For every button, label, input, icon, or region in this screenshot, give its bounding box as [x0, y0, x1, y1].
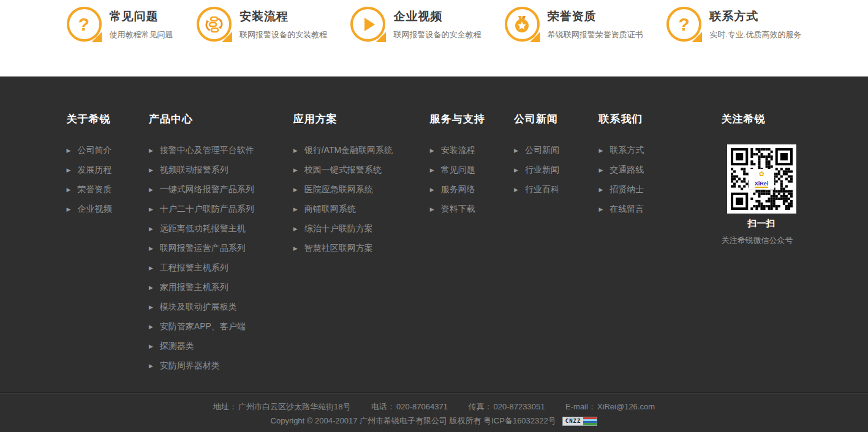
- footer-link[interactable]: ▶荣誉资质: [67, 180, 149, 199]
- footer-link-label: 商铺联网系统: [304, 204, 356, 215]
- footer-link-label: 资料下载: [441, 204, 475, 215]
- footer-link-label: 工程报警主机系列: [160, 263, 228, 274]
- footer-link-label: 十户二十户联防产品系列: [160, 204, 254, 215]
- play-icon: [350, 7, 385, 42]
- arrow-bullet-icon: ▶: [598, 207, 603, 212]
- footer-link[interactable]: ▶服务网络: [430, 180, 514, 199]
- footer-link[interactable]: ▶模块及联动扩展板类: [149, 297, 293, 317]
- footer-link[interactable]: ▶智慧社区联网方案: [293, 239, 430, 258]
- footer-link-label: 校园一键式报警系统: [304, 165, 382, 176]
- footer-link[interactable]: ▶综治十户联防方案: [293, 219, 430, 239]
- footer-link[interactable]: ▶安防周界器材类: [149, 356, 293, 376]
- footer-col-support: 服务与支持 ▶安装流程▶常见问题▶服务网络▶资料下载: [430, 112, 514, 376]
- arrow-bullet-icon: ▶: [149, 187, 153, 193]
- footer-col-heading: 关于希锐: [67, 112, 149, 126]
- footer-link-label: 接警中心及管理平台软件: [160, 145, 254, 156]
- email-value: XiRei@126.com: [597, 402, 655, 411]
- footer-col-heading: 公司新闻: [514, 112, 598, 126]
- address-label: 地址：: [213, 402, 237, 411]
- phone-label: 电话：: [371, 402, 395, 411]
- arrow-bullet-icon: ▶: [293, 187, 298, 193]
- feature-subtitle: 联网报警设备的安全教程: [393, 29, 481, 40]
- footer-link-label: 荣誉资质: [77, 184, 111, 195]
- footer-link[interactable]: ▶银行/ATM金融联网系统: [293, 141, 430, 160]
- arrow-bullet-icon: ▶: [430, 187, 434, 193]
- footer-link[interactable]: ▶公司新闻: [514, 141, 598, 160]
- email-label: E-mail：: [565, 402, 596, 411]
- feature-video[interactable]: 企业视频 联网报警设备的安全教程: [350, 7, 481, 42]
- footer-link[interactable]: ▶十户二十户联防产品系列: [149, 199, 293, 219]
- footer-col-heading: 关注希锐: [722, 112, 802, 126]
- footer-link[interactable]: ▶家用报警主机系列: [149, 278, 293, 297]
- feature-subtitle: 联网报警设备的安装教程: [240, 29, 327, 40]
- footer-col-products: 产品中心 ▶接警中心及管理平台软件▶视频联动报警系列▶一键式网络报警产品系列▶十…: [149, 112, 293, 376]
- footer-link[interactable]: ▶行业新闻: [514, 160, 598, 180]
- site-footer: 关于希锐 ▶公司简介▶发展历程▶荣誉资质▶企业视频 产品中心 ▶接警中心及管理平…: [0, 76, 868, 432]
- footer-link[interactable]: ▶常见问题: [430, 160, 514, 180]
- footer-link[interactable]: ▶工程报警主机系列: [149, 258, 293, 278]
- footer-link-label: 视频联动报警系列: [160, 165, 228, 176]
- footer-link[interactable]: ▶联系方式: [598, 141, 721, 160]
- footer-link-label: 模块及联动扩展板类: [160, 302, 237, 313]
- arrow-bullet-icon: ▶: [293, 168, 298, 173]
- footer-link-label: 探测器类: [160, 341, 194, 352]
- footer-link-label: 在线留言: [609, 204, 644, 215]
- wechat-qr-code: ✿ XiRei: [727, 144, 796, 214]
- footer-col-about: 关于希锐 ▶公司简介▶发展历程▶荣誉资质▶企业视频: [67, 112, 149, 376]
- arrow-bullet-icon: ▶: [293, 246, 298, 251]
- top-feature-strip: ? 常见问题 使用教程常见问题: [0, 0, 868, 76]
- footer-col-follow: 关注希锐 ✿ XiRei 扫一扫 关注希锐微信公众号: [722, 112, 802, 376]
- footer-link[interactable]: ▶发展历程: [67, 160, 149, 180]
- footer-link[interactable]: ▶探测器类: [149, 337, 293, 356]
- footer-link-label: 联系方式: [609, 145, 644, 156]
- footer-link-label: 公司简介: [77, 145, 111, 156]
- footer-link[interactable]: ▶医院应急联网系统: [293, 180, 430, 199]
- arrow-bullet-icon: ▶: [149, 266, 153, 271]
- cnzz-stats-badge[interactable]: CNZZ: [562, 417, 598, 426]
- footer-link-label: 常见问题: [441, 165, 475, 176]
- footer-link[interactable]: ▶视频联动报警系列: [149, 160, 293, 180]
- footer-link[interactable]: ▶行业百科: [514, 180, 598, 199]
- footer-link-label: 综治十户联防方案: [304, 223, 373, 234]
- flowchart-icon: [197, 7, 232, 42]
- feature-subtitle: 希锐联网报警荣誉资质证书: [548, 29, 643, 40]
- feature-title: 企业视频: [393, 9, 481, 24]
- feature-contact[interactable]: ? 联系方式 实时.专业.优质高效的服务: [666, 7, 801, 42]
- footer-link-label: 安防管家APP、客户端: [160, 321, 246, 332]
- feature-honor[interactable]: 荣誉资质 希锐联网报警荣誉资质证书: [505, 7, 643, 42]
- arrow-bullet-icon: ▶: [149, 324, 153, 330]
- footer-link[interactable]: ▶安装流程: [430, 141, 514, 160]
- footer-link[interactable]: ▶公司简介: [67, 141, 149, 160]
- footer-link-label: 一键式网络报警产品系列: [160, 184, 254, 195]
- footer-link[interactable]: ▶招贤纳士: [598, 180, 721, 199]
- footer-link-label: 交通路线: [609, 165, 644, 176]
- footer-link[interactable]: ▶远距离低功耗报警主机: [149, 219, 293, 239]
- footer-link[interactable]: ▶交通路线: [598, 160, 721, 180]
- footer-link[interactable]: ▶商铺联网系统: [293, 199, 430, 219]
- arrow-bullet-icon: ▶: [293, 207, 298, 212]
- feature-subtitle: 使用教程常见问题: [110, 29, 173, 40]
- footer-link-label: 联网报警运营产品系列: [160, 243, 246, 254]
- arrow-bullet-icon: ▶: [598, 168, 603, 173]
- arrow-bullet-icon: ▶: [67, 168, 71, 173]
- footer-link[interactable]: ▶接警中心及管理平台软件: [149, 141, 293, 160]
- arrow-bullet-icon: ▶: [514, 187, 518, 193]
- copyright-text: Copyright © 2004-20017 广州市希锐电子有限公司 版权所有 …: [271, 415, 556, 426]
- scan-label: 扫一扫: [722, 218, 802, 229]
- feature-install[interactable]: 安装流程 联网报警设备的安装教程: [197, 7, 327, 42]
- arrow-bullet-icon: ▶: [293, 226, 298, 232]
- footer-link[interactable]: ▶资料下载: [430, 199, 514, 219]
- footer-link[interactable]: ▶联网报警运营产品系列: [149, 239, 293, 258]
- footer-link[interactable]: ▶校园一键式报警系统: [293, 160, 430, 180]
- footer-link[interactable]: ▶企业视频: [67, 199, 149, 219]
- footer-link[interactable]: ▶一键式网络报警产品系列: [149, 180, 293, 199]
- arrow-bullet-icon: ▶: [149, 226, 153, 232]
- copyright-line: Copyright © 2004-20017 广州市希锐电子有限公司 版权所有 …: [0, 415, 868, 426]
- footer-col-contact: 联系我们 ▶联系方式▶交通路线▶招贤纳士▶在线留言: [598, 112, 721, 376]
- footer-col-solutions: 应用方案 ▶银行/ATM金融联网系统▶校园一键式报警系统▶医院应急联网系统▶商铺…: [293, 112, 430, 376]
- footer-col-heading: 服务与支持: [430, 112, 514, 126]
- footer-link[interactable]: ▶安防管家APP、客户端: [149, 317, 293, 337]
- feature-faq[interactable]: ? 常见问题 使用教程常见问题: [67, 7, 173, 42]
- footer-link-label: 公司新闻: [525, 145, 559, 156]
- footer-link[interactable]: ▶在线留言: [598, 199, 721, 219]
